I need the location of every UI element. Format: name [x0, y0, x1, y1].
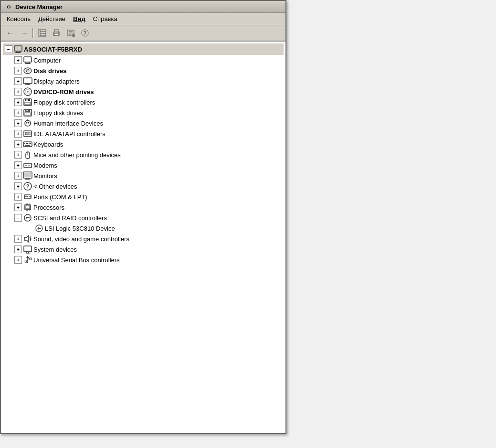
root-label: ASSOCIAT-F5BRXD [24, 46, 82, 53]
svg-point-71 [26, 196, 27, 197]
toolbar: ← → [1, 25, 285, 42]
label-keyboards: Keyboards [33, 141, 63, 148]
tree-item-mice[interactable]: +Mice and other pointing devices [3, 149, 284, 160]
svg-point-43 [28, 122, 30, 124]
icon-floppy-ctrl [23, 97, 32, 107]
tree-item-scsi[interactable]: −SCSI and RAID controllers [3, 213, 284, 223]
tree-item-dvd-cdrom[interactable]: +DVD/CD-ROM drives [3, 86, 284, 97]
title-bar: ⚙ Device Manager [1, 1, 285, 13]
expand-dvd-cdrom[interactable]: + [14, 88, 22, 96]
expand-keyboards[interactable]: + [14, 140, 22, 148]
label-ports: Ports (COM & LPT) [33, 193, 87, 201]
print-button[interactable] [50, 27, 63, 39]
icon-computer [23, 55, 32, 65]
icon-mice [23, 150, 32, 160]
icon-usb [23, 255, 32, 265]
label-scsi-child: LSI Logic 53C810 Device [45, 225, 115, 232]
menu-action[interactable]: Действие [34, 14, 69, 24]
expand-monitors[interactable]: + [14, 172, 22, 180]
svg-rect-36 [25, 102, 31, 105]
expand-floppy-drives[interactable]: + [14, 109, 22, 117]
expand-system[interactable]: + [14, 245, 22, 253]
back-button[interactable]: ← [3, 27, 16, 39]
label-scsi: SCSI and RAID controllers [33, 214, 107, 222]
expand-display-adapters[interactable]: + [14, 77, 22, 85]
label-other: < Other devices [33, 183, 77, 190]
expand-ports[interactable]: + [14, 193, 22, 201]
svg-point-8 [58, 32, 59, 33]
expand-usb[interactable]: + [14, 256, 22, 264]
label-monitors: Monitors [33, 172, 57, 180]
icon-processors [23, 203, 32, 212]
tree-item-keyboards[interactable]: +Keyboards [3, 139, 284, 149]
tree-item-usb[interactable]: +Universal Serial Bus controllers [3, 255, 284, 265]
label-mice: Mice and other pointing devices [33, 151, 121, 159]
tree-item-disk-drives[interactable]: +Disk drives [3, 65, 284, 76]
svg-rect-7 [54, 33, 58, 35]
content-area: − ASSOCIAT-F5BRXD +Computer+Disk drives+… [1, 42, 285, 433]
title-text: Device Manager [15, 3, 63, 11]
svg-rect-45 [24, 131, 32, 137]
svg-marker-84 [24, 235, 29, 242]
tree-item-ide[interactable]: +IDE ATA/ATAPI controllers [3, 128, 284, 139]
svg-rect-75 [26, 206, 30, 209]
tree-item-floppy-drives[interactable]: +Floppy disk drives [3, 107, 284, 118]
svg-point-42 [26, 122, 28, 124]
svg-rect-53 [30, 143, 31, 144]
expand-hid[interactable]: + [14, 119, 22, 127]
tree-item-ports[interactable]: +Ports (COM & LPT) [3, 192, 284, 202]
expand-scsi[interactable]: − [14, 214, 22, 222]
svg-text:?: ? [26, 183, 30, 189]
expand-disk-drives[interactable]: + [14, 67, 22, 75]
icon-modems [23, 160, 32, 170]
label-dvd-cdrom: DVD/CD-ROM drives [33, 88, 94, 96]
tree-item-computer[interactable]: +Computer [3, 55, 284, 65]
icon-scsi-child [34, 224, 44, 233]
tree-item-processors[interactable]: +Processors [3, 202, 284, 213]
svg-rect-52 [29, 143, 30, 144]
placeholder-scsi-child [26, 224, 33, 232]
tree-item-sound[interactable]: +Sound, video and game controllers [3, 234, 284, 244]
expand-processors[interactable]: + [14, 203, 22, 211]
svg-rect-39 [26, 110, 28, 111]
label-disk-drives: Disk drives [33, 67, 66, 75]
menu-help[interactable]: Справка [89, 14, 121, 24]
label-system: System devices [33, 246, 77, 253]
svg-rect-35 [26, 99, 28, 101]
root-expand-button[interactable]: − [5, 45, 12, 53]
label-sound: Sound, video and game controllers [33, 235, 129, 243]
expand-sound[interactable]: + [14, 235, 22, 243]
label-computer: Computer [33, 57, 61, 64]
help-button[interactable]: ? [78, 27, 92, 39]
icon-floppy-drives [23, 108, 32, 117]
tree-item-monitors[interactable]: +Monitors [3, 171, 284, 181]
tree-item-scsi-child[interactable]: LSI Logic 53C810 Device [3, 223, 284, 234]
icon-hid [23, 118, 32, 128]
menu-console[interactable]: Консоль [3, 14, 34, 24]
tree-item-floppy-ctrl[interactable]: +Floppy disk controllers [3, 97, 284, 107]
tree-item-modems[interactable]: +Modems [3, 160, 284, 171]
tree-root[interactable]: − ASSOCIAT-F5BRXD [3, 43, 284, 55]
svg-marker-91 [26, 256, 29, 258]
tree-item-hid[interactable]: +Human Interface Devices [3, 118, 284, 128]
tree-item-system[interactable]: +System devices [3, 244, 284, 255]
label-floppy-ctrl: Floppy disk controllers [33, 99, 95, 106]
properties-button[interactable] [64, 27, 77, 39]
expand-modems[interactable]: + [14, 161, 22, 169]
tree-view-button[interactable] [35, 27, 49, 39]
icon-display-adapters [23, 76, 32, 86]
icon-keyboards [23, 139, 32, 149]
label-modems: Modems [33, 162, 57, 169]
expand-other[interactable]: + [14, 182, 22, 190]
svg-rect-40 [25, 113, 31, 115]
forward-button[interactable]: → [17, 27, 31, 39]
expand-computer[interactable]: + [14, 56, 22, 64]
expand-mice[interactable]: + [14, 151, 22, 159]
svg-rect-41 [25, 120, 31, 126]
tree-item-display-adapters[interactable]: +Display adapters [3, 76, 284, 86]
expand-floppy-ctrl[interactable]: + [14, 98, 22, 106]
tree-item-other[interactable]: +?< Other devices [3, 181, 284, 192]
menu-view[interactable]: Вид [69, 14, 89, 24]
expand-ide[interactable]: + [14, 130, 22, 138]
icon-ports [23, 192, 32, 202]
